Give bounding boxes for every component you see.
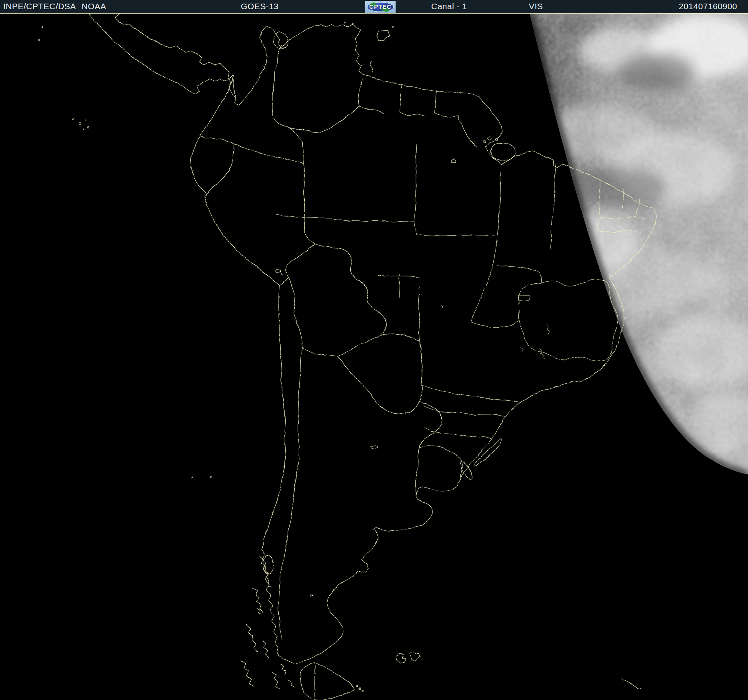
satellite-label: GOES-13 <box>241 2 279 11</box>
timestamp-label: 201407160900 <box>679 2 737 11</box>
satellite-image-viewer: INPE/CPTEC/DSA NOAA GOES-13 CPTEC Canal … <box>0 0 748 700</box>
satellite-map <box>0 0 748 700</box>
noaa-label: NOAA <box>82 2 106 11</box>
header-bar: INPE/CPTEC/DSA NOAA GOES-13 CPTEC Canal … <box>0 0 748 13</box>
agency-label: INPE/CPTEC/DSA <box>3 2 76 11</box>
cptec-logo-icon: CPTEC <box>365 1 396 13</box>
cptec-logo-text: CPTEC <box>365 3 396 10</box>
channel-label: Canal - 1 <box>431 2 467 11</box>
band-label: VIS <box>529 2 543 11</box>
